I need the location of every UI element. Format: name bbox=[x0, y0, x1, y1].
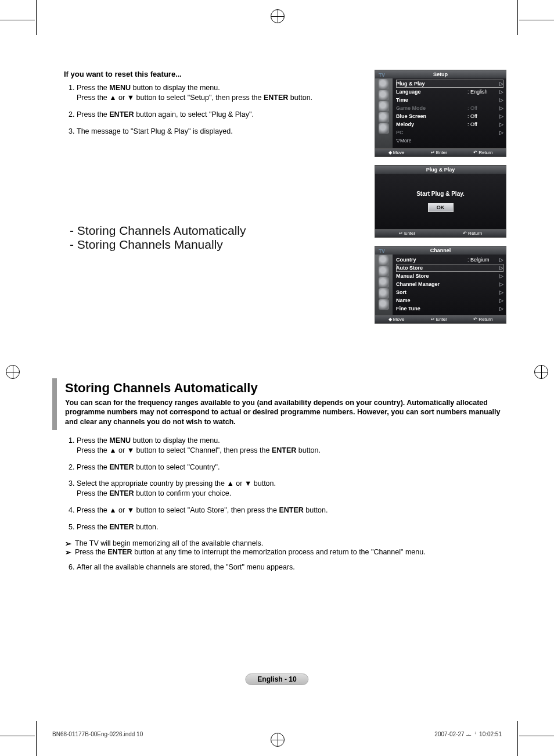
dash-item-auto: - Storing Channels Automatically bbox=[70, 224, 363, 238]
section-desc: You can scan for the frequency ranges av… bbox=[65, 398, 505, 427]
osd-channel: Channel TV Country: Belgium▷Auto Store▷M… bbox=[375, 246, 506, 324]
section-title: Storing Channels Automatically bbox=[65, 381, 505, 396]
osd-foot-return: ↶ Return bbox=[473, 317, 492, 322]
sec-step-4: Press the ▲ or ▼ button to select "Auto … bbox=[77, 506, 505, 515]
dash-item-manual: - Storing Channels Manually bbox=[70, 238, 363, 252]
osd-row: Name▷ bbox=[396, 296, 503, 304]
note-1: ➢The TV will begin memorizing all of the… bbox=[65, 539, 505, 548]
sec-step-2: Press the ENTER button to select "Countr… bbox=[77, 463, 505, 472]
osd-foot-return: ↶ Return bbox=[463, 231, 482, 236]
osd-row: Plug & Play▷ bbox=[396, 80, 503, 88]
osd-foot-move: ◆ Move bbox=[388, 150, 405, 155]
reset-step-2: Press the ENTER button again, to select … bbox=[77, 110, 363, 120]
osd-more: ▽More bbox=[396, 137, 503, 146]
footer-right: 2007-02-27 ᅩᅥ 10:02:51 bbox=[434, 731, 502, 737]
reset-heading: If you want to reset this feature... bbox=[64, 70, 363, 78]
osd-foot-move: ◆ Move bbox=[388, 317, 405, 322]
osd-row: Country: Belgium▷ bbox=[396, 256, 503, 264]
registration-mark-icon bbox=[534, 365, 548, 379]
sec-step-1: Press the MENU button to display the men… bbox=[77, 436, 505, 456]
osd-row: PC▷ bbox=[396, 128, 503, 137]
sec-step-6: After all the available channels are sto… bbox=[77, 562, 505, 572]
osd-plug-play-dialog: Plug & Play Start Plug & Play. OK ↵ Ente… bbox=[375, 165, 506, 238]
osd-foot-enter: ↵ Enter bbox=[399, 231, 415, 236]
sec-step-5: Press the ENTER button. bbox=[77, 522, 505, 532]
reset-step-1: Press the MENU button to display the men… bbox=[77, 83, 363, 103]
registration-mark-icon bbox=[271, 9, 285, 23]
osd-channel-title: Channel bbox=[375, 246, 506, 255]
osd-foot-return: ↶ Return bbox=[473, 150, 492, 155]
osd-row: Channel Manager▷ bbox=[396, 280, 503, 288]
osd-row: Auto Store▷ bbox=[396, 264, 503, 272]
osd-row: Fine Tune▷ bbox=[396, 304, 503, 313]
osd-setup: Setup TV Plug & Play▷Language: English▷T… bbox=[375, 70, 506, 157]
osd-row: Game Mode: Off▷ bbox=[396, 104, 503, 112]
osd-dialog-title: Plug & Play bbox=[375, 166, 506, 174]
osd-row: Time▷ bbox=[396, 96, 503, 104]
osd-row: Language: English▷ bbox=[396, 88, 503, 96]
osd-dialog-message: Start Plug & Play. bbox=[416, 191, 465, 197]
osd-row: Melody: Off▷ bbox=[396, 120, 503, 128]
registration-mark-icon bbox=[6, 365, 20, 379]
osd-row: Sort▷ bbox=[396, 288, 503, 296]
osd-foot-enter: ↵ Enter bbox=[431, 317, 447, 322]
page-number-pill: English - 10 bbox=[245, 673, 308, 685]
footer-left: BN68-01177B-00Eng-0226.indd 10 bbox=[52, 731, 143, 737]
osd-row: Manual Store▷ bbox=[396, 272, 503, 280]
osd-tv-label: TV bbox=[379, 248, 385, 254]
osd-tv-label: TV bbox=[379, 72, 385, 78]
osd-setup-title: Setup bbox=[375, 70, 506, 78]
reset-step-3: The message to "Start Plug & Play" is di… bbox=[77, 127, 363, 137]
osd-row: Blue Screen: Off▷ bbox=[396, 112, 503, 120]
sec-step-3: Select the appropriate country by pressi… bbox=[77, 479, 505, 499]
note-2: ➢Press the ENTER button at any time to i… bbox=[65, 548, 505, 557]
ok-button[interactable]: OK bbox=[428, 203, 454, 212]
osd-foot-enter: ↵ Enter bbox=[431, 150, 447, 155]
